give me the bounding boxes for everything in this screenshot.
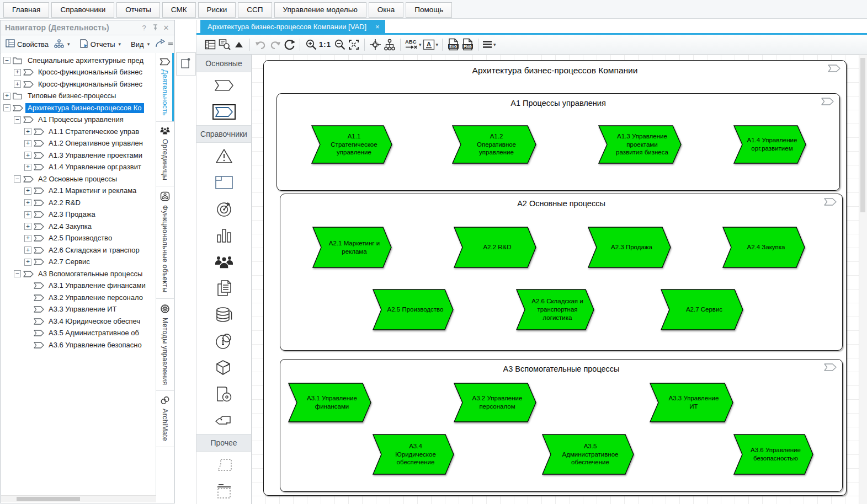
category-tab-Методы управления[interactable]: Методы управления xyxy=(156,299,174,391)
menu-item-СМК[interactable]: СМК xyxy=(162,2,196,18)
tree-expander-minus[interactable]: − xyxy=(14,175,21,183)
tree-expander-plus[interactable]: + xyxy=(24,152,31,159)
tree-item[interactable]: +А2.5 Производство xyxy=(1,233,156,245)
menu-item-Риски[interactable]: Риски xyxy=(198,2,236,18)
process-shape[interactable]: А3.1 Управление финансами xyxy=(288,383,371,422)
tree-expander-plus[interactable]: + xyxy=(14,69,21,76)
palette-item-documents[interactable] xyxy=(196,275,251,302)
palette-item-vad-process-selected[interactable] xyxy=(196,99,251,125)
tree-item[interactable]: +Типовые бизнес-процессы xyxy=(1,90,156,103)
palette-item-tags[interactable] xyxy=(196,408,251,434)
tree-expander-plus[interactable]: + xyxy=(24,235,31,242)
process-shape[interactable]: А2.3 Продажа xyxy=(588,227,671,268)
zoom-in-button[interactable] xyxy=(304,37,318,52)
tree-item[interactable]: +Кросс-функциональный бизнес xyxy=(1,67,156,79)
font-style-button[interactable]: A▾ xyxy=(422,37,439,52)
toolbar-overflow-icon[interactable] xyxy=(168,39,173,49)
process-shape[interactable]: А3.5 Административное обеспечение xyxy=(542,434,634,475)
palette-item-info[interactable] xyxy=(196,328,251,355)
tree-horizontal-scrollbar[interactable] xyxy=(1,495,156,502)
menu-item-Отчеты[interactable]: Отчеты xyxy=(116,2,160,18)
tree-item[interactable]: +А2.4 Закупка xyxy=(1,221,156,233)
tree-item[interactable]: А3.4 Юридическое обеспеч xyxy=(1,315,156,328)
tree-expander-minus[interactable]: − xyxy=(3,57,10,64)
tree-item[interactable]: +Кросс-функциональный бизнес xyxy=(1,78,156,90)
share-button[interactable] xyxy=(152,37,168,51)
tree-item[interactable]: +А2.1 Маркетинг и реклама xyxy=(1,185,156,197)
process-shape[interactable]: А3.3 Управление ИТ xyxy=(650,383,733,422)
menu-item-Помощь[interactable]: Помощь xyxy=(406,2,452,18)
palette-item-vad-process[interactable] xyxy=(196,72,251,99)
process-shape[interactable]: А1.4 Управление орг.развитием xyxy=(733,125,806,164)
tree-expander-plus[interactable]: + xyxy=(24,128,31,135)
tree-item[interactable]: −Специальные архитектурные пред xyxy=(1,55,156,67)
palette-item-frame[interactable] xyxy=(196,169,251,196)
tree-expander-plus[interactable]: + xyxy=(24,187,31,195)
tree-item[interactable]: А3.5 Административное об xyxy=(1,328,156,340)
menu-item-Главная[interactable]: Главная xyxy=(3,2,49,18)
process-shape[interactable]: А1.3 Управление проектами развития бизне… xyxy=(598,125,682,164)
tree-item[interactable]: А3.1 Управление финансами xyxy=(1,280,156,292)
tree-expander-plus[interactable]: + xyxy=(24,246,31,254)
find-on-diagram-button[interactable] xyxy=(217,37,232,52)
fit-content-button[interactable] xyxy=(368,37,382,52)
export-svg-button[interactable]: SVG xyxy=(446,37,460,52)
diagram-canvas[interactable]: Архитектура бизнес-процессов КомпанииА1 … xyxy=(252,55,867,504)
tree-item[interactable]: А3.6 Управление безопасно xyxy=(1,339,156,351)
tree-expander-minus[interactable]: − xyxy=(14,116,21,124)
palette-item-cube[interactable] xyxy=(196,355,251,381)
process-shape[interactable]: А3.2 Управление персоналом xyxy=(454,383,536,422)
process-shape[interactable]: А2.2 R&D xyxy=(454,227,536,268)
tree-expander-plus[interactable]: + xyxy=(24,223,31,230)
refresh-button[interactable] xyxy=(282,37,296,52)
tree-item[interactable]: +А2.3 Продажа xyxy=(1,209,156,221)
process-shape[interactable]: А2.7 Сервис xyxy=(661,289,743,330)
process-shape[interactable]: А3.6 Управление безопасностью xyxy=(733,434,813,475)
zoom-out-button[interactable] xyxy=(332,37,347,52)
tree-expander-minus[interactable]: − xyxy=(14,270,21,277)
tree-layout-button[interactable] xyxy=(382,37,397,52)
process-shape[interactable]: А1.2 Оперативное управление xyxy=(452,125,536,164)
canvas-vertical-scrollbar[interactable] xyxy=(859,55,867,504)
export-png-button[interactable]: PNG xyxy=(460,37,475,52)
process-shape[interactable]: А2.4 Закупка xyxy=(722,227,805,268)
tree-expander-minus[interactable]: − xyxy=(3,104,10,111)
category-tab-Оргединицы[interactable]: Оргединицы xyxy=(156,122,174,186)
zoom-1-1-button[interactable]: 1:1 xyxy=(318,37,332,52)
undo-button[interactable] xyxy=(253,37,268,52)
menu-item-Управление моделью[interactable]: Управление моделью xyxy=(274,2,366,18)
palette-item-warning-triangle[interactable] xyxy=(196,143,251,169)
reports-button[interactable]: Отчеты ▾ xyxy=(77,37,124,51)
tree-expander-plus[interactable]: + xyxy=(24,199,31,206)
palette-item-document-disc[interactable] xyxy=(196,381,251,408)
hide-labels-button[interactable]: ABC▾ xyxy=(404,37,422,52)
category-tab-ArchiMate[interactable]: ArchiMate xyxy=(156,391,174,447)
diagram-tab[interactable]: Архитектура бизнес-процессов Компании [V… xyxy=(200,20,385,33)
tree-item[interactable]: А3.2 Управление персонало xyxy=(1,292,156,304)
scrollbar-thumb[interactable] xyxy=(17,497,80,501)
menu-item-Окна[interactable]: Окна xyxy=(369,2,403,18)
tree-item[interactable]: +А2.7 Сервис xyxy=(1,256,156,269)
tree-expander-plus[interactable]: + xyxy=(24,211,31,218)
tree-expander-plus[interactable]: + xyxy=(24,140,31,147)
properties-button[interactable] xyxy=(203,37,217,52)
close-icon[interactable]: ✕ xyxy=(161,23,171,33)
process-shape[interactable]: А2.1 Маркетинг и реклама xyxy=(312,227,392,268)
palette-item-people-group[interactable] xyxy=(196,249,251,275)
tree-expander-plus[interactable]: + xyxy=(14,81,21,88)
properties-button[interactable]: Свойства xyxy=(3,37,51,51)
scrollbar-thumb[interactable] xyxy=(860,58,865,212)
hierarchy-button[interactable]: ▾ xyxy=(51,37,73,51)
tree-expander-plus[interactable]: + xyxy=(24,259,31,266)
tree-item[interactable]: +А1.3 Управление проектами xyxy=(1,149,156,162)
palette-item-dashed-rect[interactable] xyxy=(196,478,251,504)
menu-item-Справочники[interactable]: Справочники xyxy=(51,2,114,18)
tree-item[interactable]: −А2 Основные процессы xyxy=(1,173,156,185)
process-shape[interactable]: А2.6 Складская и транспортная логистика xyxy=(516,289,594,330)
palette-item-target[interactable] xyxy=(196,196,251,222)
process-shape[interactable]: А1.1 Стратегическое управление xyxy=(311,125,392,164)
tree-item[interactable]: +А2.2 R&D xyxy=(1,197,156,209)
tree-item[interactable]: +А1.4 Управление орг.развит xyxy=(1,162,156,174)
palette-item-dashed-shape[interactable] xyxy=(196,452,251,478)
fit-screen-button[interactable] xyxy=(347,37,361,52)
